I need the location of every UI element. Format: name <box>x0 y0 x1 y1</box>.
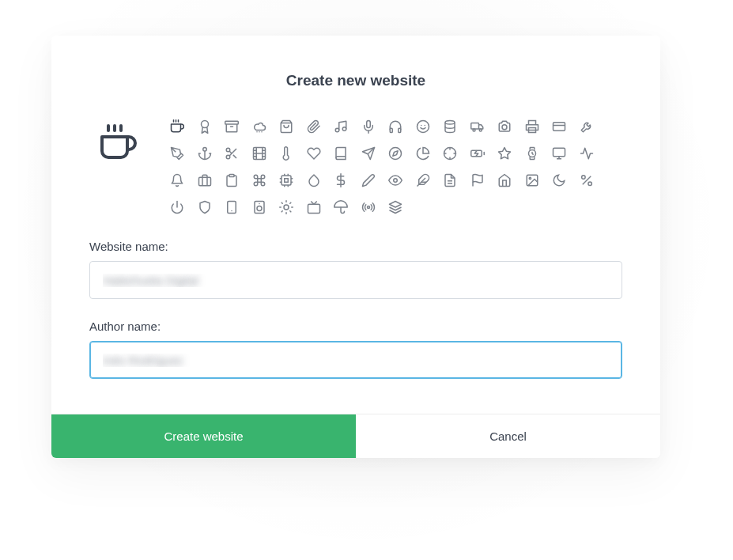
author-name-row: Author name: <box>89 320 622 379</box>
anchor-icon[interactable] <box>196 145 213 162</box>
dialog-body: Create new website Website name: Author … <box>51 36 660 414</box>
heart-icon[interactable] <box>305 145 323 162</box>
speaker-icon[interactable] <box>251 199 268 216</box>
camera-icon[interactable] <box>496 118 513 135</box>
icon-grid <box>168 118 622 216</box>
image-icon[interactable] <box>523 172 541 189</box>
layers-icon[interactable] <box>387 199 404 216</box>
database-icon[interactable] <box>441 118 459 135</box>
create-website-dialog: Create new website Website name: Author … <box>51 36 660 458</box>
credit-card-icon[interactable] <box>550 118 568 135</box>
dialog-actions: Create website Cancel <box>51 414 660 458</box>
compass-icon[interactable] <box>387 145 404 162</box>
create-website-button[interactable]: Create website <box>51 414 356 458</box>
battery-charging-icon[interactable] <box>469 145 486 162</box>
scissors-icon[interactable] <box>223 145 240 162</box>
truck-icon[interactable] <box>469 118 486 135</box>
star-icon[interactable] <box>496 145 513 162</box>
clipboard-icon[interactable] <box>223 172 240 189</box>
thermometer-icon[interactable] <box>278 145 295 162</box>
headphones-icon[interactable] <box>387 118 404 135</box>
book-icon[interactable] <box>332 145 349 162</box>
briefcase-icon[interactable] <box>196 172 213 189</box>
website-name-row: Website name: <box>89 240 622 299</box>
feather-icon[interactable] <box>414 172 432 189</box>
edit-icon[interactable] <box>360 172 377 189</box>
cloud-snow-icon[interactable] <box>251 118 268 135</box>
droplet-icon[interactable] <box>305 172 323 189</box>
author-name-label: Author name: <box>89 320 622 333</box>
dollar-icon[interactable] <box>332 172 349 189</box>
file-text-icon[interactable] <box>441 172 459 189</box>
pie-chart-icon[interactable] <box>414 145 432 162</box>
tv-icon[interactable] <box>305 199 323 216</box>
website-name-label: Website name: <box>89 240 622 253</box>
shield-icon[interactable] <box>196 199 213 216</box>
pen-nib-icon[interactable] <box>168 145 186 162</box>
radio-icon[interactable] <box>360 199 377 216</box>
website-name-input[interactable] <box>89 261 622 299</box>
music-icon[interactable] <box>332 118 349 135</box>
smile-icon[interactable] <box>414 118 432 135</box>
percent-icon[interactable] <box>578 172 595 189</box>
award-icon[interactable] <box>196 118 213 135</box>
printer-icon[interactable] <box>523 118 541 135</box>
cpu-icon[interactable] <box>278 172 295 189</box>
author-name-input[interactable] <box>89 341 622 379</box>
cancel-button[interactable]: Cancel <box>356 414 660 458</box>
eye-icon[interactable] <box>387 172 404 189</box>
home-icon[interactable] <box>496 172 513 189</box>
activity-icon[interactable] <box>578 145 595 162</box>
wrench-icon[interactable] <box>578 118 595 135</box>
flag-icon[interactable] <box>469 172 486 189</box>
smartphone-icon[interactable] <box>223 199 240 216</box>
command-icon[interactable] <box>251 172 268 189</box>
coffee-icon[interactable] <box>168 118 186 135</box>
monitor-icon[interactable] <box>550 145 568 162</box>
bell-icon[interactable] <box>168 172 186 189</box>
dialog-title: Create new website <box>89 72 622 89</box>
umbrella-icon[interactable] <box>332 199 349 216</box>
send-icon[interactable] <box>360 145 377 162</box>
shopping-bag-icon[interactable] <box>278 118 295 135</box>
selected-icon-preview <box>96 121 140 165</box>
watch-icon[interactable] <box>523 145 541 162</box>
mic-icon[interactable] <box>360 118 377 135</box>
film-icon[interactable] <box>251 145 268 162</box>
power-icon[interactable] <box>168 199 186 216</box>
moon-icon[interactable] <box>550 172 568 189</box>
crosshair-icon[interactable] <box>441 145 459 162</box>
paperclip-icon[interactable] <box>305 118 323 135</box>
archive-icon[interactable] <box>223 118 240 135</box>
icon-picker <box>89 118 622 216</box>
sun-icon[interactable] <box>278 199 295 216</box>
